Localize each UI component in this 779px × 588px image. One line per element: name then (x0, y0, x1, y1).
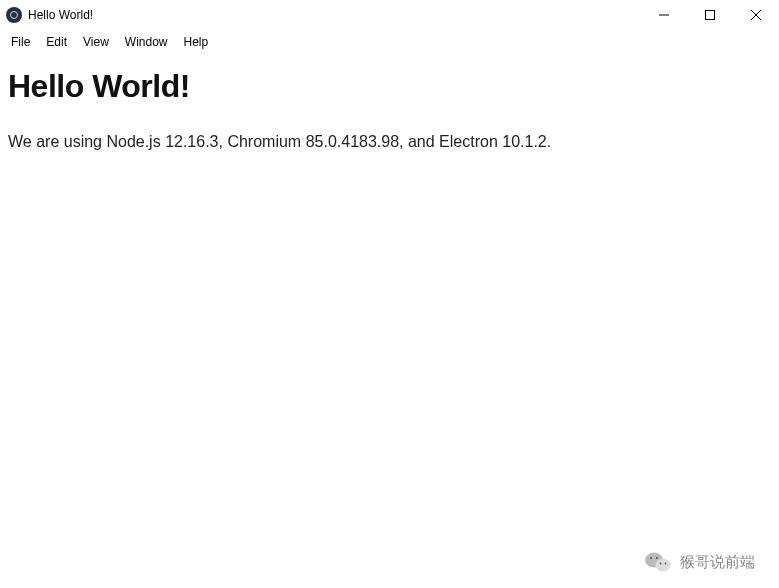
menu-edit[interactable]: Edit (39, 33, 74, 51)
menu-help[interactable]: Help (177, 33, 216, 51)
titlebar: Hello World! (0, 0, 779, 30)
close-icon (751, 10, 761, 20)
svg-point-9 (665, 563, 667, 565)
minimize-button[interactable] (641, 0, 687, 30)
maximize-button[interactable] (687, 0, 733, 30)
version-text: We are using Node.js 12.16.3, Chromium 8… (8, 131, 771, 153)
text-mid2: , and Electron (399, 133, 502, 150)
page-heading: Hello World! (8, 68, 771, 105)
svg-point-6 (650, 557, 652, 559)
svg-point-8 (660, 563, 662, 565)
menu-view[interactable]: View (76, 33, 116, 51)
watermark: 猴哥说前端 (644, 550, 755, 574)
svg-point-5 (656, 559, 671, 572)
minimize-icon (659, 10, 669, 20)
menu-window[interactable]: Window (118, 33, 175, 51)
window-controls (641, 0, 779, 30)
close-button[interactable] (733, 0, 779, 30)
electron-app-icon (6, 7, 22, 23)
wechat-logo-icon (644, 550, 672, 574)
text-suffix: . (547, 133, 551, 150)
chromium-version: 85.0.4183.98 (306, 133, 399, 150)
text-mid1: , Chromium (219, 133, 306, 150)
node-version: 12.16.3 (165, 133, 218, 150)
text-prefix: We are using Node.js (8, 133, 165, 150)
svg-point-7 (656, 557, 658, 559)
maximize-icon (705, 10, 715, 20)
svg-rect-1 (706, 11, 715, 20)
window-title: Hello World! (28, 8, 93, 22)
titlebar-left: Hello World! (6, 7, 93, 23)
menu-file[interactable]: File (4, 33, 37, 51)
electron-version: 10.1.2 (502, 133, 546, 150)
watermark-text: 猴哥说前端 (680, 553, 755, 572)
content-area: Hello World! We are using Node.js 12.16.… (0, 54, 779, 167)
menubar: File Edit View Window Help (0, 30, 779, 54)
